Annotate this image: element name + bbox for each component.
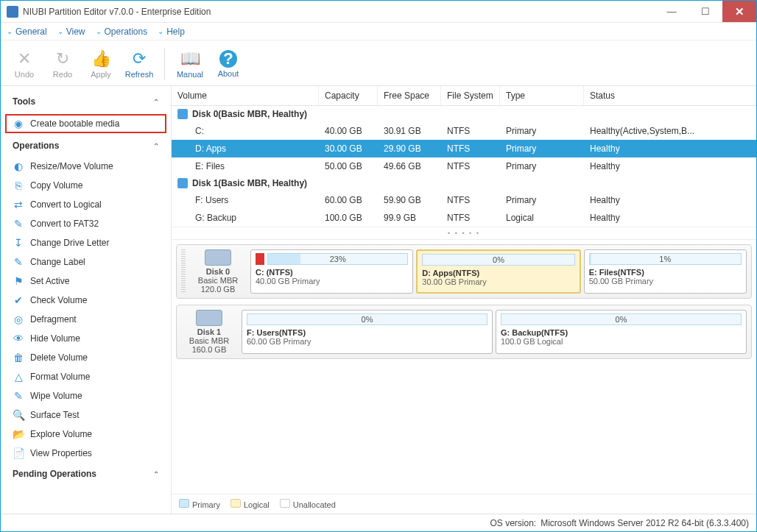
operation-set-active[interactable]: ⚑Set Active [1, 272, 171, 291]
column-volume[interactable]: Volume [172, 86, 319, 105]
column-file-system[interactable]: File System [441, 86, 500, 105]
undo-button[interactable]: ✕Undo [7, 49, 42, 79]
column-free-space[interactable]: Free Space [378, 86, 441, 105]
partition-block[interactable]: 0%D: Apps(NTFS)30.00 GB Primary [416, 249, 580, 294]
op-icon: ⇄ [13, 199, 24, 210]
operation-wipe-volume[interactable]: ✎Wipe Volume [1, 386, 171, 405]
column-capacity[interactable]: Capacity [319, 86, 378, 105]
manual-icon: 📖 [180, 49, 200, 68]
menu-general[interactable]: ⌄General [7, 26, 47, 37]
apply-icon: 👍 [91, 49, 110, 68]
op-icon: 🗑 [13, 352, 24, 363]
op-icon: ↧ [13, 237, 24, 249]
operation-delete-volume[interactable]: 🗑Delete Volume [1, 348, 171, 367]
main-panel: Volume Capacity Free Space File System T… [172, 86, 756, 514]
operation-change-drive-letter[interactable]: ↧Change Drive Letter [1, 233, 171, 252]
legend-primary: Primary [179, 499, 220, 509]
volume-row[interactable]: D: Apps30.00 GB29.90 GBNTFSPrimaryHealth… [172, 140, 756, 157]
toolbar-separator [164, 48, 165, 80]
column-type[interactable]: Type [500, 86, 584, 105]
disk-header-row[interactable]: Disk 1(Basic MBR, Healthy) [172, 175, 756, 191]
volume-row[interactable]: F: Users60.00 GB59.90 GBNTFSPrimaryHealt… [172, 191, 756, 209]
operation-explore-volume[interactable]: 📂Explore Volume [1, 425, 171, 444]
op-icon: ✔ [13, 294, 24, 306]
disk-image-icon [205, 249, 231, 266]
volume-grid-header: Volume Capacity Free Space File System T… [172, 86, 756, 106]
operation-format-volume[interactable]: △Format Volume [1, 367, 171, 386]
operations-section-header[interactable]: Operations⌃ [1, 135, 171, 157]
refresh-icon: ⟳ [130, 49, 149, 68]
disk-icon [177, 178, 188, 188]
op-icon: ◐ [13, 160, 24, 172]
volume-row[interactable]: G: Backup100.0 GB99.9 GBNTFSLogicalHealt… [172, 209, 756, 227]
partition-block[interactable]: 0%G: Backup(NTFS)100.0 GB Logical [496, 310, 747, 354]
primary-swatch [179, 499, 189, 508]
legend-unallocated: Unallocated [280, 499, 336, 509]
operation-convert-to-logical[interactable]: ⇄Convert to Logical [1, 195, 171, 214]
disc-icon: ◉ [13, 118, 24, 130]
menu-operations[interactable]: ⌄Operations [96, 26, 148, 37]
volume-row[interactable]: C:40.00 GB30.91 GBNTFSPrimaryHealthy(Act… [172, 122, 756, 140]
chevron-up-icon: ⌃ [153, 142, 159, 150]
chevron-down-icon: ⌄ [96, 27, 102, 35]
op-icon: ✎ [13, 256, 24, 268]
legend-logical: Logical [230, 499, 270, 509]
chevron-up-icon: ⌃ [153, 98, 159, 106]
op-icon: ◎ [13, 313, 24, 325]
disk-header-row[interactable]: Disk 0(Basic MBR, Healthy) [172, 106, 756, 122]
disk-map-area: Disk 0Basic MBR120.0 GB23%C: (NTFS)40.00… [172, 240, 756, 363]
operation-copy-volume[interactable]: ⎘Copy Volume [1, 176, 171, 195]
op-icon: ⚑ [13, 275, 24, 287]
pending-operations-header[interactable]: Pending Operations⌃ [1, 463, 171, 485]
usage-bar: 0% [422, 254, 574, 266]
partition-row: 0%F: Users(NTFS)60.00 GB Primary0%G: Bac… [242, 310, 747, 354]
menu-help[interactable]: ⌄Help [158, 26, 185, 37]
sidebar: Tools⌃ ◉Create bootable media Operations… [1, 86, 172, 514]
titlebar: NIUBI Partition Editor v7.0.0 - Enterpri… [1, 1, 756, 23]
redo-icon: ↻ [53, 49, 72, 68]
close-button[interactable]: ✕ [722, 1, 756, 22]
operation-defragment[interactable]: ◎Defragment [1, 310, 171, 329]
app-window: NIUBI Partition Editor v7.0.0 - Enterpri… [0, 0, 757, 532]
create-bootable-media[interactable]: ◉Create bootable media [5, 114, 166, 133]
app-icon [7, 6, 18, 18]
minimize-button[interactable]: — [655, 1, 689, 22]
disk-icon [177, 109, 188, 119]
partition-block[interactable]: 1%E: Files(NTFS)50.00 GB Primary [584, 249, 747, 294]
operation-check-volume[interactable]: ✔Check Volume [1, 291, 171, 310]
menu-view[interactable]: ⌄View [57, 26, 85, 37]
maximize-button[interactable]: ☐ [689, 1, 722, 22]
column-status[interactable]: Status [584, 86, 756, 105]
splitter-handle[interactable]: • • • • • [172, 227, 756, 240]
operation-convert-to-fat32[interactable]: ✎Convert to FAT32 [1, 214, 171, 233]
redo-button[interactable]: ↻Redo [45, 49, 80, 79]
content-area: Tools⌃ ◉Create bootable media Operations… [1, 86, 756, 514]
op-icon: 📂 [13, 428, 24, 440]
op-icon: 👁 [13, 333, 24, 344]
about-button[interactable]: ?About [211, 50, 246, 78]
chevron-up-icon: ⌃ [153, 470, 159, 478]
op-icon: △ [13, 371, 24, 383]
tools-section-header[interactable]: Tools⌃ [1, 91, 171, 113]
disk-panel: Disk 1Basic MBR160.0 GB0%F: Users(NTFS)6… [176, 305, 752, 359]
usage-bar: 0% [247, 313, 487, 325]
undo-icon: ✕ [15, 49, 34, 68]
partition-row: 23%C: (NTFS)40.00 GB Primary0%D: Apps(NT… [250, 249, 747, 294]
refresh-button[interactable]: ⟳Refresh [122, 49, 157, 79]
operation-resize-move-volume[interactable]: ◐Resize/Move Volume [1, 157, 171, 176]
usage-bar: 1% [589, 253, 742, 265]
apply-button[interactable]: 👍Apply [83, 49, 119, 79]
partition-block[interactable]: 0%F: Users(NTFS)60.00 GB Primary [242, 310, 493, 354]
partition-block[interactable]: 23%C: (NTFS)40.00 GB Primary [250, 249, 413, 294]
resize-handle[interactable] [181, 249, 186, 294]
manual-button[interactable]: 📖Manual [172, 49, 208, 79]
volume-row[interactable]: E: Files50.00 GB49.66 GBNTFSPrimaryHealt… [172, 157, 756, 175]
volume-grid-body: Disk 0(Basic MBR, Healthy)C:40.00 GB30.9… [172, 106, 756, 227]
logical-swatch [230, 499, 241, 508]
operation-surface-test[interactable]: 🔍Surface Test [1, 405, 171, 425]
operation-view-properties[interactable]: 📄View Properties [1, 444, 171, 463]
operation-change-label[interactable]: ✎Change Label [1, 252, 171, 272]
window-buttons: — ☐ ✕ [655, 1, 756, 22]
operation-hide-volume[interactable]: 👁Hide Volume [1, 329, 171, 348]
disk-image-icon [196, 310, 222, 326]
